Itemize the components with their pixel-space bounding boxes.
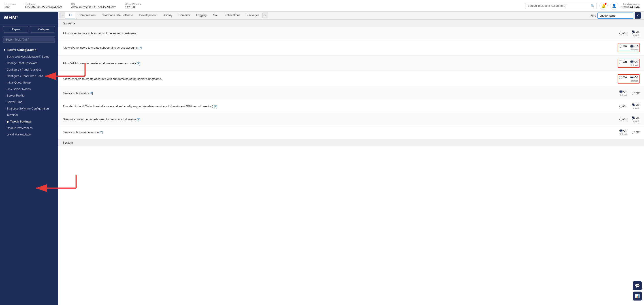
sidebar-item-initial-quota[interactable]: Initial Quota Setup bbox=[0, 79, 58, 86]
sidebar-item-configure-cron[interactable]: Configure cPanel Cron Jobs bbox=[0, 73, 58, 79]
radio-off-2[interactable] bbox=[630, 45, 634, 48]
radio-off-7[interactable] bbox=[632, 116, 635, 119]
username-value: root bbox=[4, 5, 16, 9]
sidebar-item-statistics[interactable]: Statistics Software Configuration bbox=[0, 105, 58, 112]
sidebar-item-basic-webhost[interactable]: Basic WebHost Manager® Setup bbox=[0, 53, 58, 60]
tab-logging[interactable]: Logging bbox=[193, 12, 210, 19]
help-link-7[interactable]: [?] bbox=[137, 118, 140, 121]
help-link-3[interactable]: [?] bbox=[137, 62, 140, 65]
find-clear-button[interactable]: ✕ bbox=[634, 12, 641, 19]
radio-on-6[interactable] bbox=[620, 105, 622, 108]
radio-on-8[interactable] bbox=[620, 129, 622, 132]
setting-controls-2: On Off default bbox=[595, 43, 640, 52]
radio-off-8[interactable] bbox=[632, 131, 635, 134]
load-avg-label: Load Averages bbox=[621, 3, 640, 5]
tab-notifications[interactable]: Notifications bbox=[221, 12, 244, 19]
help-link-2[interactable]: [?] bbox=[138, 46, 142, 49]
tab-development[interactable]: Development bbox=[136, 12, 160, 19]
radio-on-label-7[interactable]: On bbox=[620, 118, 627, 121]
radio-on-3[interactable] bbox=[619, 60, 622, 63]
setting-controls-3: On Off default bbox=[595, 59, 640, 68]
tab-display[interactable]: Display bbox=[160, 12, 176, 19]
radio-off-label-8[interactable]: Off bbox=[632, 131, 640, 134]
setting-controls-1: On Off default bbox=[595, 30, 640, 37]
setting-controls-5: On default Off bbox=[595, 90, 640, 97]
radio-off-label-3[interactable]: Off bbox=[630, 60, 638, 63]
sidebar-search-input[interactable] bbox=[3, 37, 55, 43]
sidebar-item-change-root[interactable]: Change Root Password bbox=[0, 60, 58, 66]
radio-on-label-1[interactable]: On bbox=[620, 32, 627, 35]
tab-next-button[interactable]: > bbox=[262, 13, 268, 18]
tab-all[interactable]: All bbox=[65, 12, 76, 19]
sidebar-item-configure-analytics[interactable]: Configure cPanel Analytics bbox=[0, 66, 58, 73]
radio-on-label-2[interactable]: On bbox=[619, 44, 627, 48]
chat-icon-button[interactable]: 💬 bbox=[633, 281, 642, 290]
setting-row-service-subdomains: Service subdomains [?] On default Off bbox=[58, 87, 644, 100]
help-link-8[interactable]: [?] bbox=[100, 131, 103, 134]
help-link-6[interactable]: [?] bbox=[214, 105, 217, 108]
main-layout: WHM® ↓ Expand ↑ Collapse ▼ Server Config… bbox=[0, 12, 644, 305]
tab-domains[interactable]: Domains bbox=[176, 12, 193, 19]
radio-off-label-1[interactable]: Off bbox=[632, 30, 640, 33]
highlight-box-2: On Off default bbox=[618, 43, 640, 52]
radio-group-off-5: Off bbox=[632, 92, 640, 95]
radio-off-4[interactable] bbox=[630, 76, 634, 79]
default-text-2: default bbox=[630, 48, 638, 51]
tab-mail[interactable]: Mail bbox=[210, 12, 221, 19]
radio-off-label-6[interactable]: Off bbox=[632, 103, 640, 106]
setting-controls-6: On Off default bbox=[595, 103, 640, 110]
os-value: AlmaLinux v8.8.0 STANDARD kvm bbox=[71, 5, 116, 9]
setting-row-resellers-subdomains: Allow resellers to create accounts with … bbox=[58, 71, 644, 87]
radio-off-6[interactable] bbox=[632, 103, 635, 106]
sidebar-actions: ↓ Expand ↑ Collapse bbox=[0, 24, 58, 35]
sidebar: WHM® ↓ Expand ↑ Collapse ▼ Server Config… bbox=[0, 12, 58, 305]
header-search-input[interactable] bbox=[528, 4, 590, 8]
header-search-box[interactable]: 🔍 bbox=[525, 3, 597, 9]
radio-on-5[interactable] bbox=[620, 90, 622, 93]
find-input[interactable] bbox=[598, 13, 633, 19]
collapse-button[interactable]: ↑ Collapse bbox=[30, 26, 55, 33]
radio-off-3[interactable] bbox=[630, 60, 634, 63]
radio-off-label-2[interactable]: Off bbox=[630, 44, 638, 48]
sidebar-item-whm-marketplace[interactable]: WHM Marketplace bbox=[0, 131, 58, 138]
radio-off-label-4[interactable]: Off bbox=[630, 76, 638, 79]
radio-on-label-8[interactable]: On bbox=[620, 129, 627, 132]
notification-button[interactable]: 🔔 bbox=[600, 2, 608, 10]
sidebar-item-server-profile[interactable]: Server Profile bbox=[0, 92, 58, 99]
os-field: OS AlmaLinux v8.8.0 STANDARD kvm bbox=[71, 3, 116, 9]
server-configuration-header[interactable]: ▼ Server Configuration bbox=[0, 46, 58, 53]
stats-icon-button[interactable]: 📊 bbox=[633, 291, 642, 300]
tab-packages[interactable]: Packages bbox=[244, 12, 262, 19]
help-link-5[interactable]: [?] bbox=[90, 92, 93, 95]
sidebar-logo: WHM® bbox=[0, 12, 58, 24]
settings-content: Domains Allow users to park subdomains o… bbox=[58, 20, 644, 305]
radio-on-label-5[interactable]: On bbox=[620, 90, 627, 93]
sidebar-item-server-time[interactable]: Server Time bbox=[0, 99, 58, 105]
sidebar-item-terminal[interactable]: Terminal bbox=[0, 112, 58, 118]
radio-group-on-1: On bbox=[620, 32, 627, 35]
radio-on-7[interactable] bbox=[620, 118, 622, 121]
radio-off-5[interactable] bbox=[632, 92, 635, 95]
radio-on-label-4[interactable]: On bbox=[619, 76, 627, 79]
radio-on-2[interactable] bbox=[619, 45, 622, 48]
active-dot: ● bbox=[7, 121, 8, 123]
cpanel-value: 112.0.3 bbox=[125, 5, 142, 9]
radio-on-label-6[interactable]: On bbox=[620, 105, 627, 108]
tab-cpaddons[interactable]: cPAddons Site Software bbox=[99, 12, 136, 19]
radio-on-label-3[interactable]: On bbox=[619, 60, 627, 63]
radio-off-1[interactable] bbox=[632, 30, 635, 33]
tab-prev-button[interactable]: < bbox=[60, 13, 65, 18]
radio-on-1[interactable] bbox=[620, 32, 622, 35]
setting-desc-whm-subdomains: Allow WHM users to create subdomains acr… bbox=[63, 62, 595, 65]
expand-button[interactable]: ↓ Expand bbox=[3, 26, 28, 33]
sidebar-item-link-server[interactable]: Link Server Nodes bbox=[0, 86, 58, 92]
user-button[interactable]: 👤 bbox=[610, 2, 618, 10]
sidebar-item-tweak-settings[interactable]: ● Tweak Settings bbox=[0, 118, 58, 125]
username-label: Username bbox=[4, 3, 16, 5]
sidebar-item-update-preferences[interactable]: Update Preferences bbox=[0, 125, 58, 131]
radio-off-label-5[interactable]: Off bbox=[632, 92, 640, 95]
radio-off-label-7[interactable]: Off bbox=[632, 116, 640, 119]
radio-on-4[interactable] bbox=[619, 76, 622, 79]
tab-compression[interactable]: Compression bbox=[76, 12, 99, 19]
setting-desc-overwrite-a-records: Overwrite custom A records used for serv… bbox=[63, 118, 595, 121]
